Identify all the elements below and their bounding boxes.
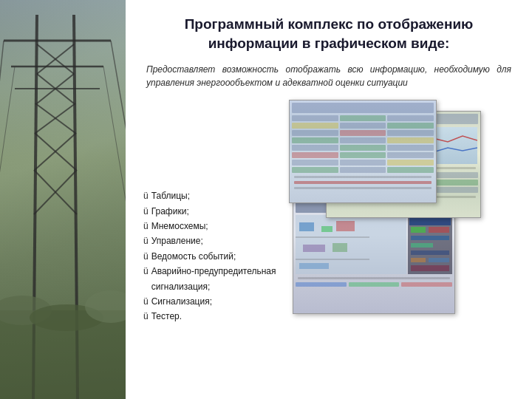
svg-rect-34 bbox=[429, 227, 449, 233]
svg-rect-25 bbox=[321, 226, 332, 232]
svg-rect-28 bbox=[303, 245, 325, 252]
content-panel: Программный комплекс по отображению инфо… bbox=[126, 0, 532, 399]
feature-label-7: Сигнализация; bbox=[151, 294, 212, 309]
feature-label-1: Таблицы; bbox=[151, 188, 190, 203]
svg-rect-38 bbox=[411, 258, 426, 262]
check-icon-7: ü bbox=[143, 294, 149, 309]
svg-rect-33 bbox=[411, 227, 426, 233]
feature-item-5: ü Ведомость событий; bbox=[143, 249, 280, 264]
feature-label-6: Аварийно-предупредительная сигнализация; bbox=[151, 264, 280, 294]
check-icon-3: ü bbox=[143, 219, 149, 233]
feature-item-7: ü Сигнализация; bbox=[143, 294, 280, 309]
check-icon-6: ü bbox=[143, 264, 149, 279]
page-title: Программный комплекс по отображению инфо… bbox=[143, 15, 514, 52]
feature-item-1: ü Таблицы; bbox=[143, 188, 280, 203]
svg-rect-39 bbox=[429, 258, 449, 262]
svg-rect-29 bbox=[332, 243, 347, 252]
screenshot-table bbox=[289, 100, 437, 203]
svg-rect-31 bbox=[299, 263, 329, 269]
check-icon-1: ü bbox=[143, 188, 149, 203]
svg-rect-36 bbox=[411, 243, 433, 248]
svg-rect-37 bbox=[411, 250, 449, 255]
svg-rect-40 bbox=[411, 265, 449, 271]
feature-item-3: ü Мнемосхемы; bbox=[143, 219, 280, 233]
feature-label-5: Ведомость событий; bbox=[151, 249, 236, 264]
feature-label-2: Графики; bbox=[151, 204, 189, 219]
subtitle-text: Предоставляет возможность отображать всю… bbox=[143, 63, 514, 89]
screenshots-area bbox=[289, 100, 514, 387]
check-icon-2: ü bbox=[143, 204, 149, 219]
svg-rect-35 bbox=[411, 236, 449, 240]
feature-label-8: Тестер. bbox=[151, 309, 182, 324]
check-icon-8: ü bbox=[143, 309, 149, 324]
feature-item-4: ü Управление; bbox=[143, 233, 280, 248]
tower-svg bbox=[0, 0, 126, 399]
main-area: ü Таблицы; ü Графики; ü Мнемосхемы; ü Уп… bbox=[143, 100, 514, 387]
check-icon-5: ü bbox=[143, 249, 149, 264]
check-icon-4: ü bbox=[143, 233, 149, 248]
feature-item-8: ü Тестер. bbox=[143, 309, 280, 324]
svg-rect-24 bbox=[299, 222, 314, 231]
feature-item-2: ü Графики; bbox=[143, 204, 280, 219]
feature-label-3: Мнемосхемы; bbox=[151, 219, 208, 233]
feature-label-4: Управление; bbox=[151, 233, 203, 248]
tower-image-panel bbox=[0, 0, 126, 399]
svg-rect-26 bbox=[336, 221, 355, 231]
features-list: ü Таблицы; ü Графики; ü Мнемосхемы; ü Уп… bbox=[143, 100, 280, 387]
feature-item-6: ü Аварийно-предупредительная сигнализаци… bbox=[143, 264, 280, 294]
